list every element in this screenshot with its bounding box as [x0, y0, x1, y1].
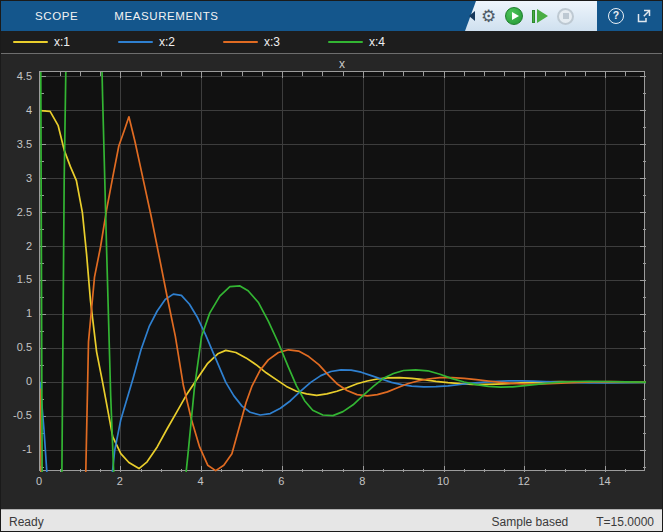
y-tick-label: 2: [1, 240, 32, 253]
stop-icon: [557, 8, 574, 25]
legend-label: x:3: [264, 35, 280, 49]
legend-item[interactable]: x:2: [118, 35, 211, 49]
x-tick-label: 0: [24, 475, 54, 487]
y-tick-label: -0.5: [1, 409, 32, 422]
y-tick-label: 4: [1, 104, 32, 117]
play-triangle-icon: [512, 12, 519, 20]
legend-line-swatch: [118, 41, 153, 44]
y-tick-label: 2.5: [1, 206, 32, 219]
simulation-settings-gear-icon[interactable]: ⚙: [481, 8, 496, 25]
y-tick-label: -1: [1, 443, 32, 456]
quick-access-panel: ⚙: [465, 1, 597, 31]
collapse-toolbar-icon[interactable]: [469, 11, 475, 21]
help-icon[interactable]: ?: [608, 8, 624, 24]
step-forward-icon[interactable]: [532, 9, 548, 23]
scope-window: SCOPE MEASUREMENTS ⚙ ? x:1x:2x:3x:4 x: [0, 0, 663, 532]
x-tick-label: 2: [105, 475, 135, 487]
status-bar: Ready Sample based T=15.0000: [1, 509, 663, 532]
status-ready: Ready: [9, 515, 44, 529]
run-icon[interactable]: [505, 7, 523, 25]
x-tick-label: 4: [186, 475, 216, 487]
series-line-x4: [40, 72, 646, 472]
window-icons: ?: [608, 1, 663, 31]
legend-label: x:4: [369, 35, 385, 49]
plot-canvas[interactable]: [39, 71, 645, 471]
y-tick-label: 0.5: [1, 341, 32, 354]
y-tick-label: 4.5: [1, 70, 32, 83]
x-tick-label: 10: [428, 475, 458, 487]
status-sample-mode: Sample based: [492, 515, 569, 529]
y-tick-label: 1: [1, 307, 32, 320]
legend-item[interactable]: x:3: [223, 35, 316, 49]
legend-item[interactable]: x:4: [328, 35, 421, 49]
status-sim-time: T=15.0000: [596, 515, 654, 529]
axes-area: x 02468101214-1-0.500.511.522.533.544.5: [1, 54, 663, 509]
x-tick-label: 14: [590, 475, 620, 487]
y-tick-label: 3: [1, 172, 32, 185]
popout-icon[interactable]: [636, 8, 652, 24]
tab-measurements[interactable]: MEASUREMENTS: [114, 10, 218, 22]
series-line-x3: [40, 117, 646, 472]
legend-line-swatch: [13, 41, 48, 44]
legend-item[interactable]: x:1: [13, 35, 106, 49]
x-tick-label: 8: [347, 475, 377, 487]
series-line-x1: [40, 111, 646, 469]
y-tick-label: 1.5: [1, 273, 32, 286]
y-tick-label: 0: [1, 375, 32, 388]
legend-label: x:1: [54, 35, 70, 49]
toolbar: SCOPE MEASUREMENTS ⚙ ?: [1, 1, 663, 31]
legend-line-swatch: [328, 41, 363, 44]
legend-line-swatch: [223, 41, 258, 44]
legend-label: x:2: [159, 35, 175, 49]
plot-title: x: [39, 57, 645, 71]
x-tick-label: 12: [509, 475, 539, 487]
legend-bar: x:1x:2x:3x:4: [1, 31, 663, 54]
y-tick-label: 3.5: [1, 138, 32, 151]
x-tick-label: 6: [266, 475, 296, 487]
tab-scope[interactable]: SCOPE: [35, 10, 78, 22]
